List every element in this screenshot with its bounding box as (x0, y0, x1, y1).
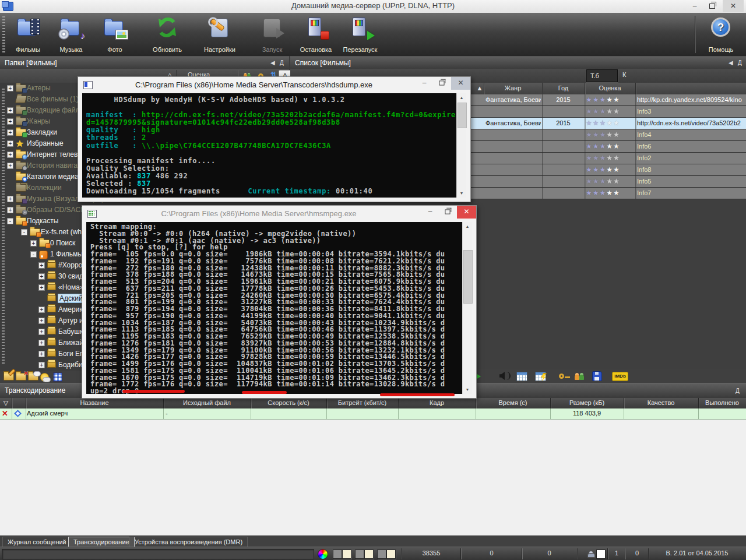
transcode-column-8[interactable]: Выполнено (698, 399, 746, 406)
info-diamond-icon[interactable] (14, 410, 22, 417)
tree-toggle-icon[interactable]: + (7, 118, 13, 125)
cell-rating[interactable]: ★★★★★ (586, 142, 635, 150)
tree-toggle-icon[interactable]: + (38, 262, 45, 269)
imdb-icon[interactable]: IMDb (612, 372, 628, 381)
folder-cloud-icon[interactable] (28, 373, 38, 381)
pin-icon[interactable]: Д (738, 59, 742, 67)
tree-toggle-icon[interactable]: - (21, 229, 27, 235)
console-window-hdsdump[interactable]: C:\Program Files (x86)\Home Media Server… (78, 76, 471, 202)
cell-rating[interactable]: ★★★★★ (586, 107, 635, 115)
tree-toggle-icon[interactable]: + (38, 340, 45, 346)
column-rating[interactable]: Оценка (585, 84, 635, 91)
grid-view-icon[interactable] (53, 372, 62, 382)
tree-toggle-icon[interactable]: + (38, 318, 45, 324)
transcode-column-5[interactable]: Время (с) (476, 399, 550, 406)
console2-scrollbar[interactable]: ▲ ▼ (462, 222, 472, 394)
tree-toggle-icon[interactable]: + (7, 129, 13, 136)
k-button[interactable]: К (622, 71, 626, 78)
tree-toggle-icon[interactable]: + (38, 329, 45, 335)
transcode-column-6[interactable]: Размер (кБ) (550, 399, 624, 406)
tree-toggle-icon[interactable]: + (7, 85, 13, 91)
console1-scrollbar[interactable]: ▲ ▼ (456, 93, 466, 198)
tree-toggle-icon[interactable]: + (38, 307, 45, 313)
cell-rating[interactable]: ★★★★★ (586, 96, 635, 104)
scroll-down-icon[interactable]: ▼ (463, 385, 472, 394)
key-icon[interactable] (559, 374, 564, 379)
tree-toggle-icon[interactable]: + (7, 107, 13, 114)
pin-icon[interactable]: Д (280, 59, 284, 67)
transcode-column-4[interactable]: Кадр (398, 399, 476, 406)
transcode-column-3[interactable]: Битрейт (кбит/с) (326, 399, 398, 406)
minimize-button[interactable]: – (421, 206, 439, 219)
tree-toggle-icon[interactable]: + (7, 207, 13, 213)
transcode-column-7[interactable]: Качество (624, 399, 698, 406)
tab-dmr-devices[interactable]: Устройства воспроизведения (DMR) (129, 537, 248, 547)
toolbar-button-photo[interactable]: Фото (94, 15, 136, 54)
close-button[interactable]: ✕ (451, 77, 470, 90)
volume-icon[interactable] (499, 372, 505, 380)
pin-icon[interactable]: Д (736, 387, 740, 395)
console-window-hmsmpeg[interactable]: C:\Program Files (x86)\Home Media Server… (82, 205, 477, 399)
minimize-button[interactable]: – (416, 77, 433, 90)
weather-icon[interactable] (40, 373, 49, 382)
toolbar-button-films[interactable]: Фильмы (7, 15, 49, 54)
scroll-up-icon[interactable]: ▲ (463, 222, 472, 231)
minimize-button[interactable]: – (687, 0, 703, 12)
cell-rating[interactable]: ★★★★★ (586, 131, 635, 139)
tree-toggle-icon[interactable]: + (38, 273, 45, 280)
folder-edit-icon[interactable] (3, 373, 14, 381)
transcode-column-1[interactable]: Исходный файл (163, 399, 251, 406)
cell-rating[interactable]: ★★★★★ (586, 189, 635, 197)
sort-indicator[interactable]: ▲ (476, 84, 484, 91)
tree-toggle-icon[interactable]: - (30, 251, 37, 258)
restore-button[interactable] (433, 77, 451, 90)
toolbar-button-settings[interactable]: Настройки (199, 15, 241, 54)
users-icon[interactable] (575, 372, 584, 380)
toolbar-button-music[interactable]: ♪Музыка (50, 15, 92, 54)
cell-rating[interactable]: ★★★★★ (586, 119, 635, 127)
restore-button[interactable] (439, 206, 456, 219)
column-year[interactable]: Год (542, 84, 585, 91)
transcode-column-2[interactable]: Скорость (к/с) (251, 399, 326, 406)
table-view-button[interactable]: Т.б (586, 69, 618, 82)
restore-button[interactable] (704, 0, 720, 12)
close-button[interactable]: ✕ (457, 206, 476, 219)
playlist-table-icon[interactable] (516, 372, 527, 381)
tree-toggle-icon[interactable]: + (7, 140, 13, 147)
tree-toggle-icon[interactable]: + (38, 284, 45, 291)
filter-icon[interactable]: ▽ (2, 399, 10, 407)
scrollbar-thumb[interactable] (458, 103, 467, 128)
toolbar-button-refresh[interactable]: Обновить (146, 15, 188, 54)
color-wheel-icon[interactable] (318, 549, 328, 559)
column-genre[interactable]: Жанр (484, 84, 542, 91)
tree-toggle-icon[interactable]: + (38, 351, 45, 357)
tree-toggle-icon[interactable]: + (7, 196, 13, 202)
cell-rating[interactable]: ★★★★★ (586, 165, 635, 174)
close-button[interactable]: ✕ (723, 0, 744, 12)
folder-delete-icon[interactable]: ✕ (16, 373, 26, 381)
toolbar-button-restart[interactable]: Перезапуск (339, 15, 381, 54)
transcode-row[interactable]: ✕ Адский смерч-118 403,9 (0, 408, 746, 420)
cell-rating[interactable]: ★★★★★ (586, 177, 635, 185)
transcode-column-0[interactable]: Название (26, 399, 163, 406)
collapse-left-icon[interactable]: ◀ (270, 59, 275, 67)
tree-toggle-icon[interactable]: + (38, 362, 45, 368)
collapse-left-icon[interactable]: ◀ (729, 59, 733, 67)
tree-toggle-icon[interactable]: - (7, 218, 13, 224)
tree-toggle-icon[interactable]: + (7, 152, 13, 158)
toolbar-button-help[interactable]: ?Помощь (700, 15, 742, 54)
scroll-up-icon[interactable]: ▲ (457, 93, 466, 102)
cancel-transcode-icon[interactable]: ✕ (2, 409, 8, 418)
tree-toggle-icon[interactable]: + (30, 240, 37, 246)
tab-message-log[interactable]: Журнал сообщений (2, 537, 72, 547)
tree-toggle-icon[interactable]: + (7, 163, 13, 169)
console1-titlebar[interactable]: C:\Program Files (x86)\Home Media Server… (78, 77, 470, 93)
tree-item-label: 1 Фильмы (50, 250, 83, 258)
scroll-down-icon[interactable]: ▼ (457, 189, 466, 198)
tab-transcoding[interactable]: Транскодирование (68, 537, 135, 547)
cell-rating[interactable]: ★★★★★ (586, 154, 635, 162)
console2-titlebar[interactable]: C:\Program Files (x86)\Home Media Server… (82, 206, 476, 222)
save-icon[interactable] (592, 371, 602, 381)
scrollbar-thumb[interactable] (463, 250, 473, 304)
toolbar-button-stop[interactable]: Остановка (295, 15, 337, 54)
